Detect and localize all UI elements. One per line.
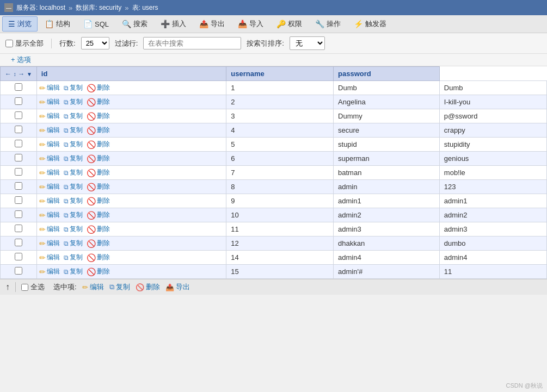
bottom-export-link[interactable]: 📤 导出 bbox=[165, 282, 190, 292]
delete-label[interactable]: 删除 bbox=[97, 168, 110, 177]
copy-label[interactable]: 复制 bbox=[70, 253, 83, 262]
copy-label[interactable]: 复制 bbox=[70, 267, 83, 276]
rows-select[interactable]: 102550100 bbox=[81, 37, 109, 49]
edit-label[interactable]: 编辑 bbox=[47, 168, 60, 177]
edit-label[interactable]: 编辑 bbox=[47, 253, 60, 262]
delete-label[interactable]: 删除 bbox=[97, 196, 110, 206]
edit-label[interactable]: 编辑 bbox=[47, 154, 60, 163]
col-header-username[interactable]: username bbox=[226, 67, 334, 81]
left-arrow-icon[interactable]: ← bbox=[5, 70, 11, 78]
copy-link[interactable]: ⧉ 复制 bbox=[64, 111, 83, 121]
copy-label[interactable]: 复制 bbox=[70, 126, 83, 135]
row-checkbox[interactable] bbox=[15, 140, 22, 147]
delete-label[interactable]: 删除 bbox=[97, 225, 110, 234]
delete-link[interactable]: 🚫 删除 bbox=[87, 210, 110, 220]
delete-link[interactable]: 🚫 删除 bbox=[87, 126, 110, 135]
delete-link[interactable]: 🚫 删除 bbox=[87, 83, 110, 92]
filter-arrow-icon[interactable]: ▼ bbox=[27, 71, 32, 77]
delete-link[interactable]: 🚫 删除 bbox=[87, 97, 110, 107]
edit-link[interactable]: ✏ 编辑 bbox=[39, 196, 60, 206]
edit-link[interactable]: ✏ 编辑 bbox=[39, 126, 60, 135]
row-checkbox[interactable] bbox=[15, 196, 22, 204]
delete-link[interactable]: 🚫 删除 bbox=[87, 182, 110, 191]
edit-label[interactable]: 编辑 bbox=[47, 182, 60, 191]
show-all-checkbox[interactable] bbox=[5, 40, 13, 47]
up-arrow-icon[interactable]: ↑ bbox=[5, 282, 10, 292]
copy-label[interactable]: 复制 bbox=[70, 239, 83, 248]
delete-link[interactable]: 🚫 删除 bbox=[87, 253, 110, 262]
row-checkbox[interactable] bbox=[15, 83, 22, 91]
copy-label[interactable]: 复制 bbox=[70, 225, 83, 234]
copy-label[interactable]: 复制 bbox=[70, 154, 83, 163]
row-checkbox[interactable] bbox=[15, 182, 22, 190]
tab-browse[interactable]: ☰浏览 bbox=[2, 16, 38, 32]
copy-link[interactable]: ⧉ 复制 bbox=[64, 267, 83, 276]
delete-link[interactable]: 🚫 删除 bbox=[87, 196, 110, 206]
row-checkbox[interactable] bbox=[15, 154, 22, 161]
edit-link[interactable]: ✏ 编辑 bbox=[39, 140, 60, 149]
copy-label[interactable]: 复制 bbox=[70, 168, 83, 177]
edit-link[interactable]: ✏ 编辑 bbox=[39, 154, 60, 163]
edit-label[interactable]: 编辑 bbox=[47, 267, 60, 276]
delete-label[interactable]: 删除 bbox=[97, 140, 110, 149]
edit-label[interactable]: 编辑 bbox=[47, 210, 60, 220]
copy-link[interactable]: ⧉ 复制 bbox=[64, 210, 83, 220]
copy-link[interactable]: ⧉ 复制 bbox=[64, 182, 83, 191]
options-link[interactable]: + 选项 bbox=[5, 54, 36, 65]
row-checkbox[interactable] bbox=[15, 253, 22, 260]
show-all-label[interactable]: 显示全部 bbox=[5, 39, 44, 48]
edit-label[interactable]: 编辑 bbox=[47, 126, 60, 135]
tab-triggers[interactable]: ⚡触发器 bbox=[348, 16, 392, 32]
tab-structure[interactable]: 📋结构 bbox=[39, 16, 76, 32]
edit-label[interactable]: 编辑 bbox=[47, 225, 60, 234]
row-checkbox[interactable] bbox=[15, 168, 22, 176]
copy-link[interactable]: ⧉ 复制 bbox=[64, 97, 83, 107]
copy-link[interactable]: ⧉ 复制 bbox=[64, 168, 83, 177]
edit-link[interactable]: ✏ 编辑 bbox=[39, 225, 60, 234]
edit-label[interactable]: 编辑 bbox=[47, 196, 60, 206]
edit-link[interactable]: ✏ 编辑 bbox=[39, 111, 60, 121]
copy-link[interactable]: ⧉ 复制 bbox=[64, 253, 83, 262]
copy-label[interactable]: 复制 bbox=[70, 210, 83, 220]
edit-link[interactable]: ✏ 编辑 bbox=[39, 168, 60, 177]
copy-label[interactable]: 复制 bbox=[70, 111, 83, 121]
copy-link[interactable]: ⧉ 复制 bbox=[64, 140, 83, 149]
col-header-password[interactable]: password bbox=[334, 67, 440, 81]
bottom-edit-link[interactable]: ✏ 编辑 bbox=[82, 282, 104, 292]
edit-label[interactable]: 编辑 bbox=[47, 111, 60, 121]
tab-search[interactable]: 🔍搜索 bbox=[116, 16, 153, 32]
edit-label[interactable]: 编辑 bbox=[47, 83, 60, 92]
delete-label[interactable]: 删除 bbox=[97, 182, 110, 191]
tab-insert[interactable]: ➕插入 bbox=[155, 16, 192, 32]
copy-link[interactable]: ⧉ 复制 bbox=[64, 196, 83, 206]
copy-link[interactable]: ⧉ 复制 bbox=[64, 225, 83, 234]
tab-operations[interactable]: 🔧操作 bbox=[309, 16, 347, 32]
right-arrow-icon[interactable]: → bbox=[18, 70, 24, 78]
edit-label[interactable]: 编辑 bbox=[47, 97, 60, 107]
delete-label[interactable]: 删除 bbox=[97, 239, 110, 248]
row-checkbox[interactable] bbox=[15, 267, 22, 275]
copy-label[interactable]: 复制 bbox=[70, 83, 83, 92]
delete-label[interactable]: 删除 bbox=[97, 267, 110, 276]
copy-label[interactable]: 复制 bbox=[70, 97, 83, 107]
tab-permissions[interactable]: 🔑权限 bbox=[271, 16, 308, 32]
delete-label[interactable]: 删除 bbox=[97, 97, 110, 107]
copy-link[interactable]: ⧉ 复制 bbox=[64, 154, 83, 163]
edit-link[interactable]: ✏ 编辑 bbox=[39, 97, 60, 107]
row-checkbox[interactable] bbox=[15, 225, 22, 232]
sort-select[interactable]: 无 bbox=[290, 36, 325, 50]
tab-import[interactable]: 📥导入 bbox=[232, 16, 269, 32]
delete-label[interactable]: 删除 bbox=[97, 126, 110, 135]
delete-label[interactable]: 删除 bbox=[97, 111, 110, 121]
tab-export[interactable]: 📤导出 bbox=[193, 16, 231, 32]
edit-link[interactable]: ✏ 编辑 bbox=[39, 239, 60, 248]
copy-link[interactable]: ⧉ 复制 bbox=[64, 239, 83, 248]
row-checkbox[interactable] bbox=[15, 111, 22, 119]
delete-link[interactable]: 🚫 删除 bbox=[87, 225, 110, 234]
minimize-button[interactable]: — bbox=[4, 3, 13, 12]
edit-link[interactable]: ✏ 编辑 bbox=[39, 253, 60, 262]
copy-label[interactable]: 复制 bbox=[70, 140, 83, 149]
copy-link[interactable]: ⧉ 复制 bbox=[64, 83, 83, 92]
filter-input[interactable] bbox=[143, 37, 241, 49]
row-checkbox[interactable] bbox=[15, 97, 22, 105]
